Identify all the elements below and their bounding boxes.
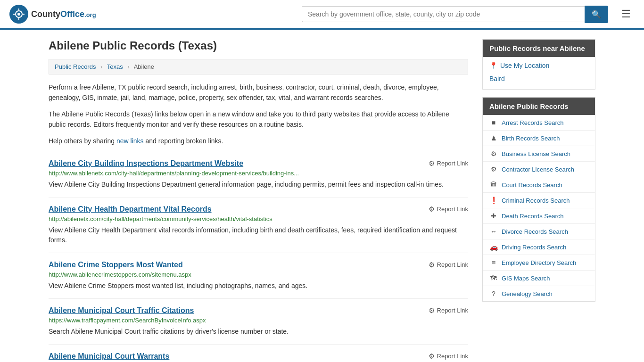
result-desc: Search Abilene Municipal Court traffic c… (49, 327, 468, 337)
arrest-icon: ■ (489, 119, 498, 126)
genealogy-icon: ? (489, 290, 498, 297)
driving-records-label: Driving Records Search (502, 244, 566, 251)
search-button[interactable]: 🔍 (585, 6, 608, 23)
report-link[interactable]: ⚙ Report Link (429, 306, 468, 315)
sidebar: Public Records near Abilene 📍 Use My Loc… (482, 39, 595, 362)
hamburger-icon: ☰ (621, 8, 631, 20)
criminal-records-link[interactable]: ❗ Criminal Records Search (483, 193, 595, 208)
report-icon: ⚙ (429, 261, 435, 269)
divorce-icon: ↔ (489, 228, 498, 235)
main-container: Abilene Public Records (Texas) Public Re… (39, 30, 605, 362)
employee-directory-link[interactable]: ≡ Employee Directory Search (483, 255, 595, 270)
sidebar-nearby-content: 📍 Use My Location Baird (483, 57, 595, 89)
result-item: Abilene Municipal Court Warrants ⚙ Repor… (49, 345, 468, 362)
result-title-link[interactable]: Abilene Municipal Court Traffic Citation… (49, 306, 194, 315)
sidebar-nearby-box: Public Records near Abilene 📍 Use My Loc… (482, 39, 595, 90)
list-item: ❗ Criminal Records Search (483, 193, 595, 208)
content-area: Abilene Public Records (Texas) Public Re… (49, 39, 468, 362)
use-location-label: Use My Location (500, 62, 549, 69)
breadcrumb-texas[interactable]: Texas (107, 63, 123, 70)
new-links-link[interactable]: new links (116, 137, 144, 145)
use-location-link[interactable]: 📍 Use My Location (489, 62, 588, 69)
result-header: Abilene City Building Inspections Depart… (49, 159, 468, 168)
death-records-label: Death Records Search (502, 213, 564, 220)
list-item: ■ Arrest Records Search (483, 115, 595, 131)
breadcrumb-sep-2: › (127, 63, 129, 70)
results-list: Abilene City Building Inspections Depart… (49, 152, 468, 362)
list-item: 🗺 GIS Maps Search (483, 271, 595, 286)
contractor-icon: ⚙ (489, 165, 498, 173)
arrest-records-link[interactable]: ■ Arrest Records Search (483, 115, 595, 130)
result-title-link[interactable]: Abilene City Building Inspections Depart… (49, 159, 243, 168)
business-license-link[interactable]: ⚙ Business License Search (483, 146, 595, 161)
divorce-records-link[interactable]: ↔ Divorce Records Search (483, 224, 595, 239)
result-header: Abilene Municipal Court Warrants ⚙ Repor… (49, 352, 468, 361)
search-input[interactable] (302, 6, 585, 22)
result-desc: View Abilene Crime Stoppers most wanted … (49, 281, 468, 291)
genealogy-label: Genealogy Search (502, 290, 553, 297)
death-icon: ✚ (489, 212, 498, 220)
result-item: Abilene City Health Department Vital Rec… (49, 197, 468, 253)
report-label: Report Link (437, 353, 468, 360)
gis-icon: 🗺 (489, 274, 498, 282)
breadcrumb-abilene: Abilene (134, 63, 154, 70)
contractor-license-link[interactable]: ⚙ Contractor License Search (483, 162, 595, 177)
report-label: Report Link (437, 160, 468, 167)
list-item: 🚗 Driving Records Search (483, 239, 595, 255)
result-header: Abilene City Health Department Vital Rec… (49, 205, 468, 214)
criminal-records-label: Criminal Records Search (502, 197, 570, 204)
business-license-label: Business License Search (502, 150, 570, 157)
death-records-link[interactable]: ✚ Death Records Search (483, 208, 595, 223)
result-header: Abilene Municipal Court Traffic Citation… (49, 306, 468, 315)
nearby-baird-link[interactable]: Baird (489, 73, 588, 84)
genealogy-link[interactable]: ? Genealogy Search (483, 286, 595, 301)
list-item: ≡ Employee Directory Search (483, 255, 595, 271)
court-records-label: Court Records Search (502, 181, 562, 189)
description-3-suffix: and reporting broken links. (144, 137, 223, 145)
business-icon: ⚙ (489, 150, 498, 157)
menu-button[interactable]: ☰ (618, 6, 635, 22)
employee-directory-label: Employee Directory Search (502, 259, 576, 266)
result-title-link[interactable]: Abilene Crime Stoppers Most Wanted (49, 261, 183, 269)
driving-records-link[interactable]: 🚗 Driving Records Search (483, 239, 595, 255)
birth-icon: ♟ (489, 134, 498, 142)
contractor-license-label: Contractor License Search (502, 166, 574, 173)
report-label: Report Link (437, 307, 468, 314)
report-icon: ⚙ (429, 352, 435, 361)
result-item: Abilene Municipal Court Traffic Citation… (49, 299, 468, 345)
search-area: 🔍 (302, 6, 608, 23)
driving-icon: 🚗 (489, 243, 498, 251)
report-icon: ⚙ (429, 159, 435, 168)
gis-maps-label: GIS Maps Search (502, 275, 550, 282)
employee-icon: ≡ (489, 259, 498, 266)
court-records-link[interactable]: 🏛 Court Records Search (483, 177, 595, 192)
result-title-link[interactable]: Abilene City Health Department Vital Rec… (49, 205, 212, 214)
list-item: ⚙ Business License Search (483, 146, 595, 162)
divorce-records-label: Divorce Records Search (502, 228, 568, 235)
breadcrumb: Public Records › Texas › Abilene (49, 59, 468, 74)
result-url: http://www.abilenecrimestoppers.com/site… (49, 271, 468, 278)
search-icon: 🔍 (592, 10, 601, 18)
report-icon: ⚙ (429, 205, 435, 214)
list-item: 🏛 Court Records Search (483, 177, 595, 193)
report-label: Report Link (437, 206, 468, 213)
report-link[interactable]: ⚙ Report Link (429, 261, 468, 269)
birth-records-link[interactable]: ♟ Birth Records Search (483, 131, 595, 146)
gis-maps-link[interactable]: 🗺 GIS Maps Search (483, 271, 595, 286)
result-desc: View Abilene City Building Inspections D… (49, 180, 468, 189)
sidebar-records-header: Abilene Public Records (483, 98, 595, 115)
site-header: CountyOffice.org 🔍 ☰ (0, 0, 644, 30)
result-title-link[interactable]: Abilene Municipal Court Warrants (49, 352, 169, 361)
result-item: Abilene Crime Stoppers Most Wanted ⚙ Rep… (49, 253, 468, 299)
result-url: https://www.trafficpayment.com/SearchByI… (49, 317, 468, 324)
list-item: ? Genealogy Search (483, 286, 595, 301)
list-item: ✚ Death Records Search (483, 208, 595, 224)
report-link[interactable]: ⚙ Report Link (429, 352, 468, 361)
logo-link[interactable]: CountyOffice.org (9, 5, 96, 24)
breadcrumb-public-records[interactable]: Public Records (55, 63, 96, 70)
result-header: Abilene Crime Stoppers Most Wanted ⚙ Rep… (49, 261, 468, 269)
description-1: Perform a free Abilene, TX public record… (49, 82, 468, 103)
description-2: The Abilene Public Records (Texas) links… (49, 109, 468, 130)
report-link[interactable]: ⚙ Report Link (429, 159, 468, 168)
report-link[interactable]: ⚙ Report Link (429, 205, 468, 214)
